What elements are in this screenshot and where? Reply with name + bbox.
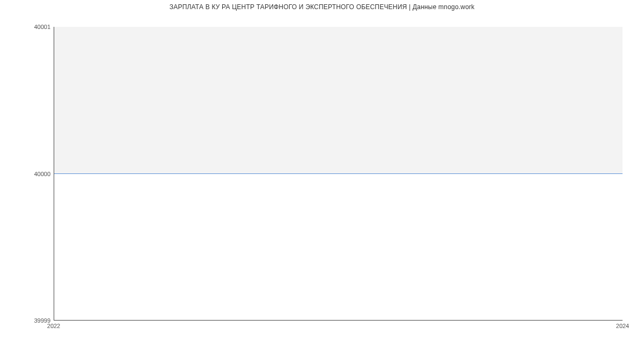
chart-title: ЗАРПЛАТА В КУ РА ЦЕНТР ТАРИФНОГО И ЭКСПЕ… xyxy=(0,3,644,11)
chart-container: ЗАРПЛАТА В КУ РА ЦЕНТР ТАРИФНОГО И ЭКСПЕ… xyxy=(0,0,644,349)
y-tick-label: 40000 xyxy=(34,171,50,177)
x-tick-label: 2024 xyxy=(616,323,629,329)
data-line xyxy=(54,173,623,174)
x-tick-label: 2022 xyxy=(47,323,60,329)
y-tick-label: 40001 xyxy=(34,24,50,30)
area-fill xyxy=(54,27,623,173)
plot-area xyxy=(54,27,623,321)
